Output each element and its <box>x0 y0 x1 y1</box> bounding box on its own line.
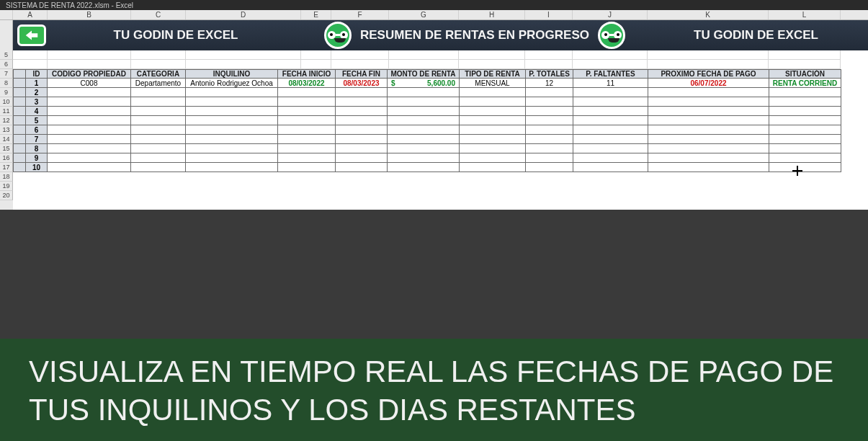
table-row[interactable]: 10 <box>13 163 868 172</box>
row-number[interactable]: 20 <box>0 191 13 200</box>
table-cell[interactable] <box>460 163 526 172</box>
table-cell[interactable]: 2 <box>26 88 48 97</box>
select-all-corner[interactable] <box>0 10 13 19</box>
column-header[interactable]: I <box>525 10 573 19</box>
table-cell[interactable]: 9 <box>26 153 48 163</box>
column-header[interactable]: D <box>186 10 301 19</box>
table-cell[interactable] <box>131 97 186 107</box>
table-cell[interactable] <box>186 163 278 172</box>
table-row[interactable]: 3 <box>13 97 868 107</box>
table-row[interactable]: 6 <box>13 125 868 135</box>
table-cell[interactable] <box>648 97 769 107</box>
table-cell[interactable] <box>648 144 769 153</box>
row-number[interactable]: 19 <box>0 182 13 191</box>
table-cell[interactable] <box>648 125 769 135</box>
table-cell[interactable] <box>573 153 648 163</box>
table-cell[interactable]: 6 <box>26 125 48 135</box>
table-cell[interactable]: 7 <box>26 135 48 144</box>
table-cell[interactable]: Antonio Rodriguez Ochoa <box>186 79 278 88</box>
table-cell[interactable] <box>336 153 388 163</box>
row-number[interactable]: 12 <box>0 116 13 125</box>
table-cell[interactable]: 8 <box>26 144 48 153</box>
table-cell[interactable]: 3 <box>26 97 48 107</box>
table-cell[interactable]: 06/07/2022 <box>648 79 769 88</box>
table-header-cell[interactable]: SITUACIÓN <box>769 69 841 79</box>
table-cell[interactable]: MENSUAL <box>460 79 526 88</box>
table-cell[interactable] <box>460 97 526 107</box>
table-cell[interactable]: 4 <box>26 107 48 116</box>
table-cell[interactable] <box>186 125 278 135</box>
table-cell[interactable] <box>131 116 186 125</box>
cells-area[interactable]: TU GODIN DE EXCEL RESUMEN DE RENTAS EN P… <box>13 20 868 210</box>
table-header-cell[interactable]: PROXIMO FECHA DE PAGO <box>648 69 769 79</box>
table-cell[interactable] <box>131 125 186 135</box>
table-cell[interactable] <box>336 88 388 97</box>
column-header[interactable]: G <box>389 10 459 19</box>
row-number[interactable]: 10 <box>0 97 13 107</box>
table-cell[interactable] <box>526 135 573 144</box>
table-cell[interactable] <box>336 125 388 135</box>
table-cell[interactable] <box>336 163 388 172</box>
table-cell[interactable] <box>186 88 278 97</box>
table-cell[interactable]: 1 <box>26 79 48 88</box>
row-number[interactable]: 5 <box>0 50 13 60</box>
table-cell[interactable] <box>388 144 460 153</box>
table-cell[interactable] <box>769 88 841 97</box>
table-cell[interactable]: 10 <box>26 163 48 172</box>
table-cell[interactable] <box>278 144 336 153</box>
table-header-cell[interactable]: CATEGORIA <box>131 69 186 79</box>
table-cell[interactable] <box>769 107 841 116</box>
table-cell[interactable] <box>573 97 648 107</box>
table-cell[interactable] <box>48 144 131 153</box>
table-cell[interactable] <box>278 107 336 116</box>
table-cell[interactable] <box>648 153 769 163</box>
table-row[interactable]: 1C008DepartamentoAntonio Rodriguez Ochoa… <box>13 79 868 88</box>
table-cell[interactable] <box>278 97 336 107</box>
table-cell[interactable] <box>769 125 841 135</box>
table-cell[interactable] <box>648 107 769 116</box>
table-cell[interactable]: 08/03/2023 <box>336 79 388 88</box>
table-cell[interactable] <box>186 144 278 153</box>
table-cell[interactable] <box>388 153 460 163</box>
table-header-cell[interactable]: MONTO DE RENTA <box>388 69 460 79</box>
table-cell[interactable] <box>460 135 526 144</box>
row-number[interactable]: 8 <box>0 79 13 88</box>
table-cell[interactable] <box>48 163 131 172</box>
table-cell[interactable] <box>769 116 841 125</box>
table-cell[interactable] <box>336 135 388 144</box>
table-row[interactable]: 8 <box>13 144 868 153</box>
table-cell[interactable] <box>648 135 769 144</box>
table-cell[interactable] <box>48 88 131 97</box>
table-cell[interactable] <box>526 97 573 107</box>
table-cell[interactable] <box>48 125 131 135</box>
table-cell[interactable]: 5 <box>26 116 48 125</box>
table-cell[interactable] <box>526 88 573 97</box>
column-header[interactable]: B <box>48 10 131 19</box>
table-cell[interactable] <box>278 153 336 163</box>
table-cell[interactable] <box>769 135 841 144</box>
table-cell[interactable] <box>573 88 648 97</box>
table-cell[interactable] <box>388 163 460 172</box>
table-cell[interactable] <box>460 153 526 163</box>
row-number[interactable]: 13 <box>0 125 13 135</box>
table-cell[interactable] <box>460 107 526 116</box>
column-header[interactable]: C <box>131 10 186 19</box>
table-cell[interactable] <box>48 107 131 116</box>
table-cell[interactable]: Departamento <box>131 79 186 88</box>
table-header-cell[interactable]: TIPO DE RENTA <box>460 69 526 79</box>
table-cell[interactable] <box>186 135 278 144</box>
table-cell[interactable]: 12 <box>526 79 573 88</box>
table-row[interactable]: 5 <box>13 116 868 125</box>
table-cell[interactable] <box>186 153 278 163</box>
table-row[interactable]: 7 <box>13 135 868 144</box>
column-header[interactable]: J <box>573 10 648 19</box>
table-cell[interactable] <box>131 88 186 97</box>
table-cell[interactable] <box>48 97 131 107</box>
column-header[interactable]: E <box>301 10 331 19</box>
table-cell[interactable] <box>573 135 648 144</box>
table-cell[interactable] <box>648 88 769 97</box>
table-cell[interactable] <box>526 107 573 116</box>
table-header-cell[interactable]: CODIGO PROPIEDAD <box>48 69 131 79</box>
row-number[interactable]: 7 <box>0 69 13 79</box>
table-cell[interactable] <box>336 144 388 153</box>
